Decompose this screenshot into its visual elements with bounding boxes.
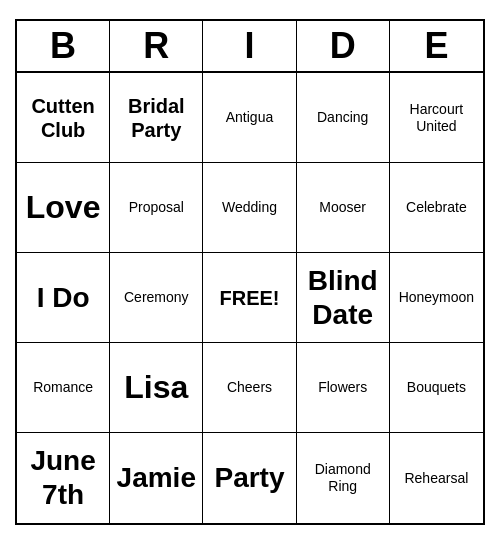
bingo-cell: Ceremony <box>110 253 203 343</box>
cell-text: Lisa <box>124 368 188 406</box>
bingo-cell: Lisa <box>110 343 203 433</box>
bingo-cell: Jamie <box>110 433 203 523</box>
bingo-cell: June 7th <box>17 433 110 523</box>
cell-text: Party <box>214 461 284 495</box>
cell-text: I Do <box>37 281 90 315</box>
cell-text: Flowers <box>318 379 367 396</box>
bingo-cell: Harcourt United <box>390 73 483 163</box>
bingo-cell: Rehearsal <box>390 433 483 523</box>
bingo-header: BRIDE <box>17 21 483 73</box>
bingo-cell: Antigua <box>203 73 296 163</box>
bingo-cell: Mooser <box>297 163 390 253</box>
bingo-cell: Romance <box>17 343 110 433</box>
bingo-cell: Bouquets <box>390 343 483 433</box>
cell-text: Cheers <box>227 379 272 396</box>
bingo-cell: Love <box>17 163 110 253</box>
bingo-cell: Celebrate <box>390 163 483 253</box>
cell-text: Blind Date <box>301 264 385 331</box>
header-letter: B <box>17 21 110 71</box>
cell-text: Antigua <box>226 109 273 126</box>
header-letter: I <box>203 21 296 71</box>
cell-text: Wedding <box>222 199 277 216</box>
bingo-cell: Cutten Club <box>17 73 110 163</box>
bingo-cell: Flowers <box>297 343 390 433</box>
bingo-cell: Party <box>203 433 296 523</box>
cell-text: Jamie <box>117 461 196 495</box>
bingo-cell: Wedding <box>203 163 296 253</box>
cell-text: Ceremony <box>124 289 189 306</box>
bingo-cell: Honeymoon <box>390 253 483 343</box>
bingo-cell: Proposal <box>110 163 203 253</box>
bingo-cell: Blind Date <box>297 253 390 343</box>
cell-text: Celebrate <box>406 199 467 216</box>
cell-text: Bouquets <box>407 379 466 396</box>
bingo-cell: Diamond Ring <box>297 433 390 523</box>
cell-text: Mooser <box>319 199 366 216</box>
bingo-cell: Cheers <box>203 343 296 433</box>
cell-text: Love <box>26 188 101 226</box>
cell-text: Romance <box>33 379 93 396</box>
cell-text: June 7th <box>21 444 105 511</box>
cell-text: Harcourt United <box>394 101 479 135</box>
header-letter: R <box>110 21 203 71</box>
bingo-cell: FREE! <box>203 253 296 343</box>
header-letter: E <box>390 21 483 71</box>
bingo-cell: I Do <box>17 253 110 343</box>
cell-text: Bridal Party <box>114 94 198 142</box>
cell-text: Honeymoon <box>399 289 475 306</box>
bingo-grid: Cutten ClubBridal PartyAntiguaDancingHar… <box>17 73 483 523</box>
cell-text: Cutten Club <box>21 94 105 142</box>
cell-text: Dancing <box>317 109 368 126</box>
header-letter: D <box>297 21 390 71</box>
cell-text: Proposal <box>129 199 184 216</box>
cell-text: Rehearsal <box>404 470 468 487</box>
cell-text: Diamond Ring <box>301 461 385 495</box>
bingo-card: BRIDE Cutten ClubBridal PartyAntiguaDanc… <box>15 19 485 525</box>
bingo-cell: Dancing <box>297 73 390 163</box>
bingo-cell: Bridal Party <box>110 73 203 163</box>
cell-text: FREE! <box>219 286 279 310</box>
